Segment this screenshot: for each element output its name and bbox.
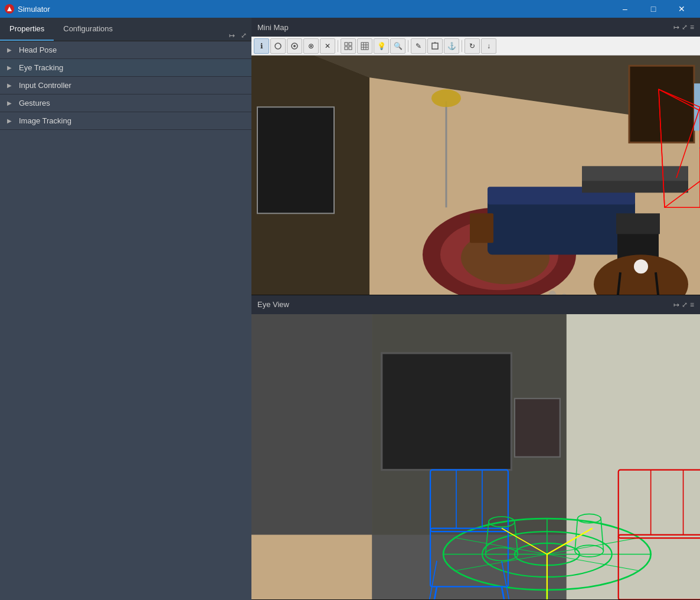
app-title: Simulator bbox=[18, 5, 608, 14]
toolbar-x-btn[interactable]: ✕ bbox=[320, 38, 335, 54]
tab-properties[interactable]: Properties bbox=[0, 17, 54, 41]
toolbar-cross-btn[interactable]: ⊗ bbox=[303, 38, 319, 54]
property-label: Eye Tracking bbox=[19, 63, 63, 72]
svg-rect-21 bbox=[257, 107, 334, 213]
svg-point-23 bbox=[431, 89, 461, 107]
toolbar-edit-btn[interactable]: ✎ bbox=[411, 38, 426, 54]
svg-rect-6 bbox=[349, 47, 352, 50]
chevron-icon: ▶ bbox=[7, 64, 14, 71]
pin-icon[interactable]: ↦ bbox=[673, 301, 679, 309]
eye-view-section: Eye View ↦ ⤢ ≡ bbox=[251, 295, 700, 600]
mini-map-header-actions: ↦ ⤢ ≡ bbox=[673, 23, 694, 31]
property-label: Input Controller bbox=[19, 81, 71, 90]
property-input-controller[interactable]: ▶ Input Controller bbox=[0, 77, 251, 94]
titlebar-controls: – □ ✕ bbox=[611, 0, 695, 18]
toolbar-light-btn[interactable]: 💡 bbox=[374, 38, 389, 54]
svg-rect-3 bbox=[345, 43, 348, 45]
menu-icon[interactable]: ≡ bbox=[690, 301, 694, 309]
close-button[interactable]: ✕ bbox=[668, 0, 695, 18]
svg-rect-4 bbox=[349, 43, 352, 45]
property-gestures[interactable]: ▶ Gestures bbox=[0, 94, 251, 112]
pin-icon[interactable]: ↦ bbox=[673, 23, 679, 31]
property-list: ▶ Head Pose ▶ Eye Tracking ▶ Input Contr… bbox=[0, 41, 251, 600]
svg-point-0 bbox=[275, 43, 281, 49]
svg-rect-54 bbox=[515, 398, 560, 456]
expand-icon[interactable]: ⤢ bbox=[682, 23, 688, 31]
minimize-button[interactable]: – bbox=[611, 0, 639, 18]
eye-view-canvas[interactable] bbox=[251, 314, 700, 599]
svg-rect-32 bbox=[616, 213, 660, 234]
toolbar-circle2-btn[interactable] bbox=[287, 38, 302, 54]
svg-point-2 bbox=[293, 45, 296, 47]
svg-rect-53 bbox=[382, 353, 512, 469]
svg-rect-12 bbox=[432, 43, 438, 49]
toolbar-down-btn[interactable]: ↓ bbox=[481, 38, 496, 54]
property-head-pose[interactable]: ▶ Head Pose bbox=[0, 41, 251, 59]
right-panel: Mini Map ↦ ⤢ ≡ ℹ ⊗ ✕ bbox=[251, 18, 700, 600]
toolbar-zoom-btn[interactable]: 🔍 bbox=[390, 38, 405, 54]
property-label: Gestures bbox=[19, 99, 50, 107]
menu-icon[interactable]: ≡ bbox=[690, 23, 694, 31]
app-body: Properties Configurations ↦ ⤢ ▶ Head Pos… bbox=[0, 18, 700, 600]
eyeview-svg bbox=[251, 314, 700, 599]
mini-map-canvas[interactable] bbox=[251, 56, 700, 295]
toolbar-sep1 bbox=[338, 40, 338, 52]
toolbar-grid1-btn[interactable] bbox=[341, 38, 356, 54]
mini-map-section: Mini Map ↦ ⤢ ≡ ℹ ⊗ ✕ bbox=[251, 18, 700, 295]
tab-actions: ↦ ⤢ bbox=[227, 30, 251, 41]
expand-icon[interactable]: ⤢ bbox=[682, 301, 688, 309]
toolbar-sep2 bbox=[408, 40, 408, 52]
mini-map-header: Mini Map ↦ ⤢ ≡ bbox=[251, 18, 700, 37]
toolbar-sep3 bbox=[462, 40, 462, 52]
eye-view-title: Eye View bbox=[257, 300, 289, 309]
maximize-button[interactable]: □ bbox=[640, 0, 667, 18]
svg-rect-26 bbox=[470, 213, 493, 243]
eyeview-scene bbox=[251, 314, 700, 599]
eye-view-header: Eye View ↦ ⤢ ≡ bbox=[251, 295, 700, 314]
app-icon bbox=[5, 4, 14, 14]
property-eye-tracking[interactable]: ▶ Eye Tracking bbox=[0, 59, 251, 77]
mini-map-toolbar: ℹ ⊗ ✕ 💡 🔍 ✎ bbox=[251, 37, 700, 56]
tab-configurations[interactable]: Configurations bbox=[54, 17, 122, 41]
mini-map-title: Mini Map bbox=[257, 23, 289, 32]
left-panel: Properties Configurations ↦ ⤢ ▶ Head Pos… bbox=[0, 18, 251, 600]
toolbar-info-btn[interactable]: ℹ bbox=[254, 38, 269, 54]
tab-pin-icon[interactable]: ↦ bbox=[227, 30, 237, 41]
chevron-icon: ▶ bbox=[7, 82, 14, 89]
toolbar-grid2-btn[interactable] bbox=[357, 38, 372, 54]
tab-expand-icon[interactable]: ⤢ bbox=[238, 30, 249, 41]
chevron-icon: ▶ bbox=[7, 100, 14, 106]
toolbar-rotate-btn[interactable]: ↻ bbox=[465, 38, 480, 54]
svg-rect-29 bbox=[629, 66, 694, 142]
svg-rect-5 bbox=[345, 47, 348, 50]
titlebar: Simulator – □ ✕ bbox=[0, 0, 700, 18]
svg-rect-28 bbox=[582, 166, 688, 181]
minimap-scene bbox=[251, 56, 700, 295]
svg-rect-7 bbox=[361, 43, 368, 50]
toolbar-anchor2-btn[interactable]: ⚓ bbox=[444, 38, 459, 54]
minimap-svg bbox=[251, 56, 700, 295]
toolbar-anchor1-btn[interactable] bbox=[427, 38, 443, 54]
tab-bar: Properties Configurations ↦ ⤢ bbox=[0, 18, 251, 41]
property-label: Image Tracking bbox=[19, 116, 71, 125]
svg-point-34 bbox=[634, 259, 648, 273]
eye-view-header-actions: ↦ ⤢ ≡ bbox=[673, 301, 694, 309]
toolbar-circle1-btn[interactable] bbox=[270, 38, 286, 54]
property-image-tracking[interactable]: ▶ Image Tracking bbox=[0, 112, 251, 130]
chevron-icon: ▶ bbox=[7, 47, 14, 53]
property-label: Head Pose bbox=[19, 45, 57, 54]
chevron-icon: ▶ bbox=[7, 118, 14, 124]
